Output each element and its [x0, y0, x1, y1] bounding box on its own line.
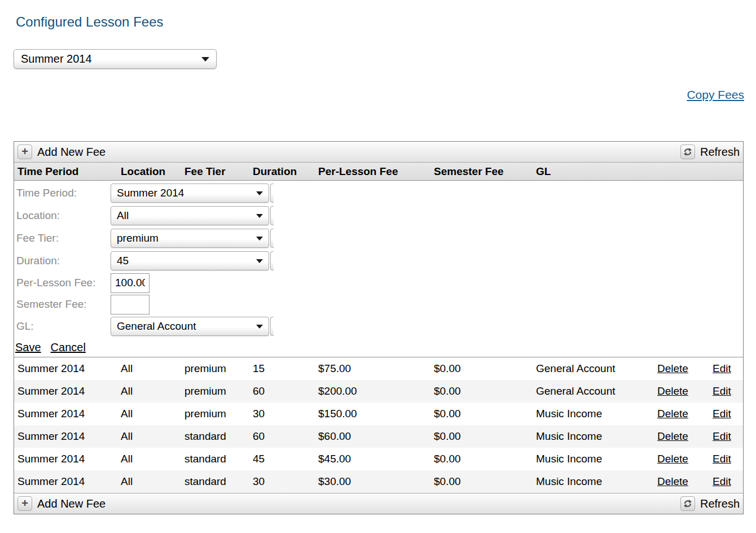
refresh-icon — [680, 496, 695, 511]
location-field-label: Location: — [16, 209, 111, 222]
edit-link[interactable]: Edit — [713, 362, 731, 375]
gl-select-value: General Account — [117, 320, 196, 333]
cell-semester-fee: $0.00 — [433, 385, 535, 397]
cell-gl: General Account — [535, 362, 657, 375]
fee-tier-field-label: Fee Tier: — [16, 232, 111, 244]
refresh-button[interactable]: Refresh — [680, 145, 740, 159]
header-fee-tier: Fee Tier — [183, 165, 252, 178]
fee-tier-select[interactable]: premium — [111, 229, 269, 248]
cell-semester-fee: $0.00 — [433, 430, 535, 443]
form-row-per-lesson-fee: Per-Lesson Fee: — [14, 272, 743, 294]
cell-per-lesson-fee: $150.00 — [317, 408, 433, 420]
cell-fee-tier: premium — [183, 385, 252, 397]
cell-edge-decoration — [270, 317, 274, 336]
cell-duration: 30 — [252, 408, 317, 420]
table-row: Summer 2014 All standard 30 $30.00 $0.00… — [14, 470, 743, 493]
delete-link[interactable]: Delete — [657, 408, 688, 420]
cell-time-period: Summer 2014 — [16, 362, 120, 375]
page-title: Configured Lesson Fees — [16, 14, 164, 30]
edit-link[interactable]: Edit — [713, 453, 731, 465]
copy-fees-link[interactable]: Copy Fees — [687, 88, 744, 102]
chevron-down-icon — [256, 191, 263, 195]
cell-semester-fee: $0.00 — [433, 475, 535, 488]
refresh-label: Refresh — [700, 497, 740, 510]
form-row-fee-tier: Fee Tier: premium — [14, 227, 743, 250]
table-row: Summer 2014 All premium 15 $75.00 $0.00 … — [14, 357, 743, 380]
cancel-link[interactable]: Cancel — [51, 341, 86, 354]
time-period-select-value: Summer 2014 — [117, 187, 184, 199]
cell-per-lesson-fee: $200.00 — [317, 385, 433, 397]
cell-fee-tier: standard — [183, 475, 252, 488]
cell-gl: Music Income — [535, 453, 657, 465]
cell-time-period: Summer 2014 — [16, 475, 120, 488]
duration-field-label: Duration: — [16, 255, 111, 267]
table-row: Summer 2014 All premium 60 $200.00 $0.00… — [14, 380, 743, 403]
header-location: Location — [120, 165, 183, 178]
header-gl: GL — [535, 165, 657, 178]
cell-duration: 45 — [252, 453, 317, 465]
cell-per-lesson-fee: $45.00 — [317, 453, 433, 465]
cell-fee-tier: premium — [183, 408, 252, 420]
cell-location: All — [120, 475, 183, 488]
cell-time-period: Summer 2014 — [16, 385, 120, 397]
save-link[interactable]: Save — [15, 341, 41, 354]
cell-per-lesson-fee: $30.00 — [317, 475, 433, 488]
delete-link[interactable]: Delete — [657, 430, 688, 443]
chevron-down-icon — [256, 214, 263, 218]
cell-fee-tier: standard — [183, 430, 252, 443]
cell-edge-decoration — [270, 206, 274, 225]
location-select[interactable]: All — [111, 206, 269, 225]
new-fee-form: Time Period: Summer 2014 Location: All F… — [14, 181, 743, 357]
form-row-semester-fee: Semester Fee: — [14, 294, 743, 315]
cell-fee-tier: premium — [183, 362, 252, 375]
cell-gl: Music Income — [535, 430, 657, 443]
table-toolbar-bottom: + Add New Fee Refresh — [14, 493, 743, 514]
cell-semester-fee: $0.00 — [433, 453, 535, 465]
table-toolbar-top: + Add New Fee Refresh — [14, 142, 743, 163]
delete-link[interactable]: Delete — [657, 385, 688, 397]
time-period-select[interactable]: Summer 2014 — [111, 184, 269, 203]
delete-link[interactable]: Delete — [657, 475, 688, 488]
form-row-duration: Duration: 45 — [14, 250, 743, 272]
cell-semester-fee: $0.00 — [433, 408, 535, 420]
cell-time-period: Summer 2014 — [16, 408, 120, 420]
edit-link[interactable]: Edit — [713, 430, 731, 443]
delete-link[interactable]: Delete — [657, 453, 688, 465]
refresh-icon — [680, 145, 695, 159]
fee-tier-select-value: premium — [117, 232, 159, 244]
time-period-page-select[interactable]: Summer 2014 — [14, 49, 217, 69]
cell-duration: 30 — [252, 475, 317, 488]
cell-time-period: Summer 2014 — [16, 430, 120, 443]
gl-select[interactable]: General Account — [111, 317, 269, 336]
refresh-label: Refresh — [700, 146, 740, 159]
cell-time-period: Summer 2014 — [16, 453, 120, 465]
table-header-row: Time Period Location Fee Tier Duration P… — [14, 163, 743, 181]
cell-location: All — [120, 453, 183, 465]
cell-duration: 60 — [252, 430, 317, 443]
add-new-fee-button[interactable]: + Add New Fee — [17, 496, 106, 511]
configured-lesson-fees-page: Configured Lesson Fees Summer 2014 Copy … — [0, 0, 756, 533]
duration-select[interactable]: 45 — [111, 251, 269, 270]
edit-link[interactable]: Edit — [713, 475, 731, 488]
table-row: Summer 2014 All standard 45 $45.00 $0.00… — [14, 448, 743, 470]
semester-fee-input[interactable] — [111, 295, 150, 314]
header-per-lesson-fee: Per-Lesson Fee — [317, 165, 433, 178]
cell-location: All — [120, 430, 183, 443]
cell-edge-decoration — [270, 229, 274, 248]
table-row: Summer 2014 All premium 30 $150.00 $0.00… — [14, 403, 743, 425]
refresh-button[interactable]: Refresh — [680, 496, 740, 511]
cell-per-lesson-fee: $60.00 — [317, 430, 433, 443]
delete-link[interactable]: Delete — [657, 362, 688, 375]
chevron-down-icon — [201, 57, 209, 62]
cell-fee-tier: standard — [183, 453, 252, 465]
cell-edge-decoration — [270, 251, 274, 270]
cell-gl: Music Income — [535, 475, 657, 488]
per-lesson-fee-input[interactable] — [111, 273, 150, 293]
edit-link[interactable]: Edit — [713, 408, 731, 420]
add-new-fee-label: Add New Fee — [37, 497, 106, 510]
cell-duration: 15 — [252, 362, 317, 375]
add-new-fee-button[interactable]: + Add New Fee — [17, 145, 106, 159]
cell-location: All — [120, 362, 183, 375]
per-lesson-fee-field-label: Per-Lesson Fee: — [16, 277, 111, 289]
edit-link[interactable]: Edit — [713, 385, 731, 397]
